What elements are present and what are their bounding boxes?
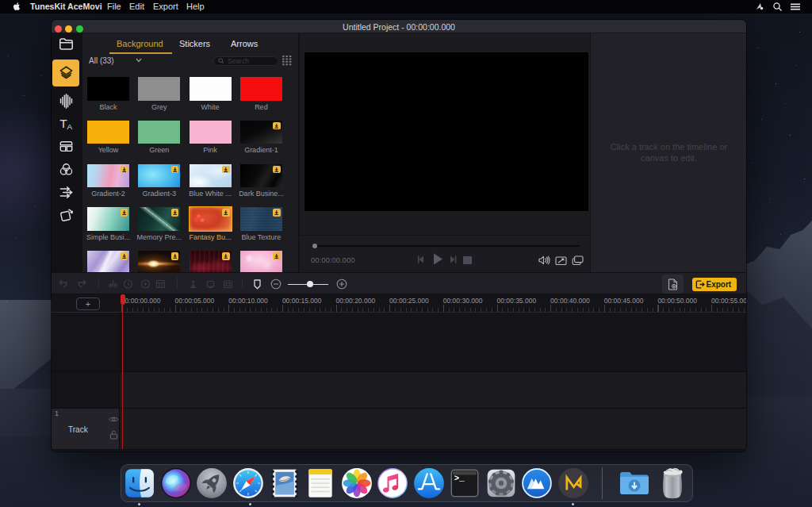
svg-text:A: A	[67, 121, 72, 130]
svg-text:>_: >_	[454, 474, 465, 483]
